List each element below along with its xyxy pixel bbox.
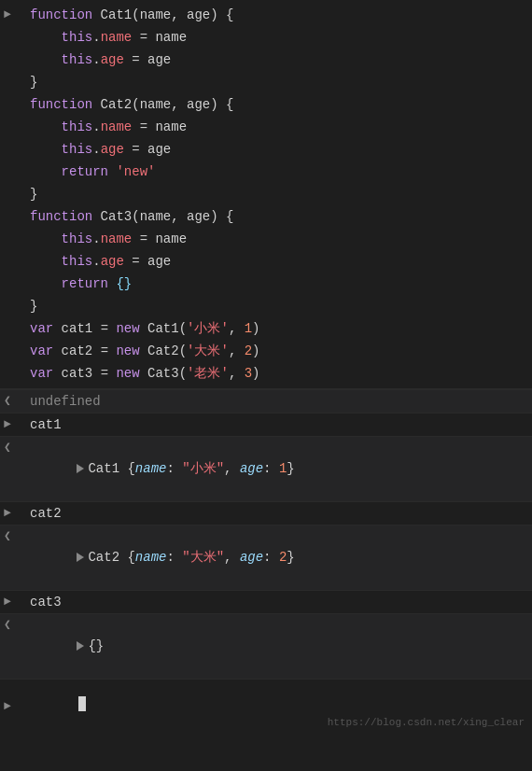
code-content-7: this.age = age bbox=[26, 139, 532, 160]
code-line-10: function Cat3(name, age) { bbox=[0, 205, 532, 228]
code-content-5: function Cat2(name, age) { bbox=[26, 94, 532, 115]
gutter-cat1-input: ► bbox=[0, 414, 26, 435]
code-content-17: var cat3 = new Cat3('老米', 3) bbox=[26, 363, 532, 384]
result-undefined: ❮ undefined bbox=[0, 389, 532, 414]
gutter-input: ► bbox=[0, 699, 26, 713]
code-line-8: return 'new' bbox=[0, 161, 532, 183]
code-block: ► function Cat1(name, age) { this.name =… bbox=[0, 0, 532, 389]
undefined-value: undefined bbox=[26, 391, 532, 412]
code-line-4: } bbox=[0, 71, 532, 93]
input-cat1: ► cat1 bbox=[0, 414, 532, 436]
code-content-3: this.age = age bbox=[26, 49, 532, 70]
code-content-2: this.name = name bbox=[26, 27, 532, 48]
result-cat2: ❮ Cat2 {name: "大米", age: 2} bbox=[0, 525, 532, 591]
console-container: ► function Cat1(name, age) { this.name =… bbox=[0, 0, 532, 732]
code-content-10: function Cat3(name, age) { bbox=[26, 206, 532, 227]
cat1-input-text: cat1 bbox=[26, 414, 532, 435]
result-cat3: ❮ {} bbox=[0, 613, 532, 680]
gutter-cat2-result: ❮ bbox=[0, 526, 26, 547]
console-input-bar: ► https://blog.csdn.net/xing_clear bbox=[0, 680, 532, 732]
code-content-12: this.age = age bbox=[26, 251, 532, 272]
code-line-6: this.name = name bbox=[0, 116, 532, 138]
cat3-expand-icon[interactable] bbox=[77, 641, 84, 651]
gutter-cat1-result: ❮ bbox=[0, 438, 26, 458]
code-line-9: } bbox=[0, 183, 532, 205]
code-line-5: function Cat2(name, age) { bbox=[0, 93, 532, 116]
code-content-13: return {} bbox=[26, 273, 532, 294]
code-content-11: this.name = name bbox=[26, 229, 532, 249]
gutter-result-1: ❮ bbox=[0, 391, 26, 412]
code-line-11: this.name = name bbox=[0, 228, 532, 250]
code-content-15: var cat1 = new Cat1('小米', 1) bbox=[26, 318, 532, 339]
cat1-expand-icon[interactable] bbox=[77, 464, 84, 473]
code-line-16: var cat2 = new Cat2('大米', 2) bbox=[0, 340, 532, 362]
cat3-input-text: cat3 bbox=[26, 592, 532, 612]
gutter-cat3-input: ► bbox=[0, 592, 26, 612]
code-line-12: this.age = age bbox=[0, 250, 532, 273]
code-line-13: return {} bbox=[0, 273, 532, 295]
code-line-1: ► function Cat1(name, age) { bbox=[0, 4, 532, 26]
code-content-9: } bbox=[26, 184, 532, 204]
code-line-3: this.age = age bbox=[0, 49, 532, 71]
gutter-arrow-1: ► bbox=[0, 5, 26, 25]
cat3-result-text: {} bbox=[26, 615, 532, 678]
url-attribution: https://blog.csdn.net/xing_clear bbox=[328, 717, 525, 728]
cursor bbox=[78, 696, 86, 711]
cat2-input-text: cat2 bbox=[26, 503, 532, 524]
input-cat2: ► cat2 bbox=[0, 502, 532, 525]
code-line-15: var cat1 = new Cat1('小米', 1) bbox=[0, 317, 532, 340]
input-cat3: ► cat3 bbox=[0, 591, 532, 613]
cat2-result-text: Cat2 {name: "大米", age: 2} bbox=[26, 526, 532, 589]
cat2-expand-icon[interactable] bbox=[77, 553, 84, 562]
code-line-7: this.age = age bbox=[0, 138, 532, 161]
gutter-cat2-input: ► bbox=[0, 503, 26, 524]
code-content-14: } bbox=[26, 296, 532, 316]
code-line-2: this.name = name bbox=[0, 26, 532, 49]
code-content-1: function Cat1(name, age) { bbox=[26, 5, 532, 25]
code-content-4: } bbox=[26, 72, 532, 92]
code-content-8: return 'new' bbox=[26, 161, 532, 182]
gutter-cat3-result: ❮ bbox=[0, 615, 26, 636]
cat1-result-text: Cat1 {name: "小米", age: 1} bbox=[26, 438, 532, 500]
code-line-17: var cat3 = new Cat3('老米', 3) bbox=[0, 362, 532, 385]
code-line-14: } bbox=[0, 295, 532, 317]
code-content-6: this.name = name bbox=[26, 117, 532, 137]
result-cat1: ❮ Cat1 {name: "小米", age: 1} bbox=[0, 436, 532, 502]
code-content-16: var cat2 = new Cat2('大米', 2) bbox=[26, 341, 532, 361]
